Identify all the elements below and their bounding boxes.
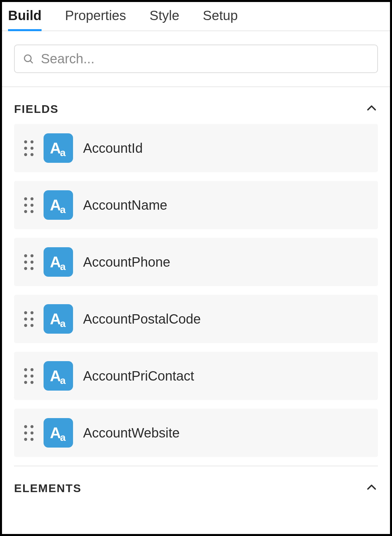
drag-handle-icon[interactable] (24, 197, 34, 213)
text-type-icon: Aa (44, 361, 73, 391)
text-type-icon: Aa (44, 190, 73, 220)
field-label: AccountPostalCode (83, 312, 201, 327)
drag-handle-icon[interactable] (24, 311, 34, 327)
text-type-icon: Aa (44, 247, 73, 277)
field-label: AccountName (83, 198, 167, 213)
tab-properties[interactable]: Properties (65, 8, 126, 30)
tab-build[interactable]: Build (8, 8, 42, 30)
tab-style[interactable]: Style (149, 8, 179, 30)
search-container (2, 31, 390, 87)
elements-section-title: ELEMENTS (14, 482, 81, 495)
field-item[interactable]: Aa AccountId (14, 124, 378, 172)
text-type-icon: Aa (44, 418, 73, 448)
drag-handle-icon[interactable] (24, 140, 34, 156)
field-item[interactable]: Aa AccountPriContact (14, 352, 378, 400)
search-box[interactable] (14, 45, 378, 73)
field-label: AccountWebsite (83, 425, 180, 441)
svg-point-0 (24, 55, 31, 61)
text-type-icon: Aa (44, 133, 73, 163)
panel-frame: Build Properties Style Setup FIELDS (0, 0, 392, 536)
chevron-up-icon[interactable] (365, 481, 378, 495)
text-type-icon: Aa (44, 304, 73, 334)
field-label: AccountPriContact (83, 368, 194, 384)
fields-section-header[interactable]: FIELDS (2, 87, 390, 124)
tab-setup[interactable]: Setup (203, 8, 238, 30)
field-item[interactable]: Aa AccountPhone (14, 238, 378, 286)
chevron-up-icon[interactable] (365, 102, 378, 116)
search-input[interactable] (41, 51, 369, 66)
field-item[interactable]: Aa AccountName (14, 181, 378, 229)
fields-section-title: FIELDS (14, 103, 59, 116)
drag-handle-icon[interactable] (24, 425, 34, 441)
drag-handle-icon[interactable] (24, 368, 34, 384)
svg-line-1 (30, 60, 33, 63)
field-item[interactable]: Aa AccountWebsite (14, 409, 378, 457)
tab-bar: Build Properties Style Setup (2, 2, 390, 31)
drag-handle-icon[interactable] (24, 254, 34, 270)
elements-section-header[interactable]: ELEMENTS (2, 466, 390, 503)
field-item[interactable]: Aa AccountPostalCode (14, 295, 378, 343)
search-icon (23, 53, 34, 65)
field-label: AccountPhone (83, 255, 170, 270)
fields-list: Aa AccountId Aa AccountName Aa AccountPh… (2, 124, 390, 457)
field-label: AccountId (83, 141, 143, 156)
